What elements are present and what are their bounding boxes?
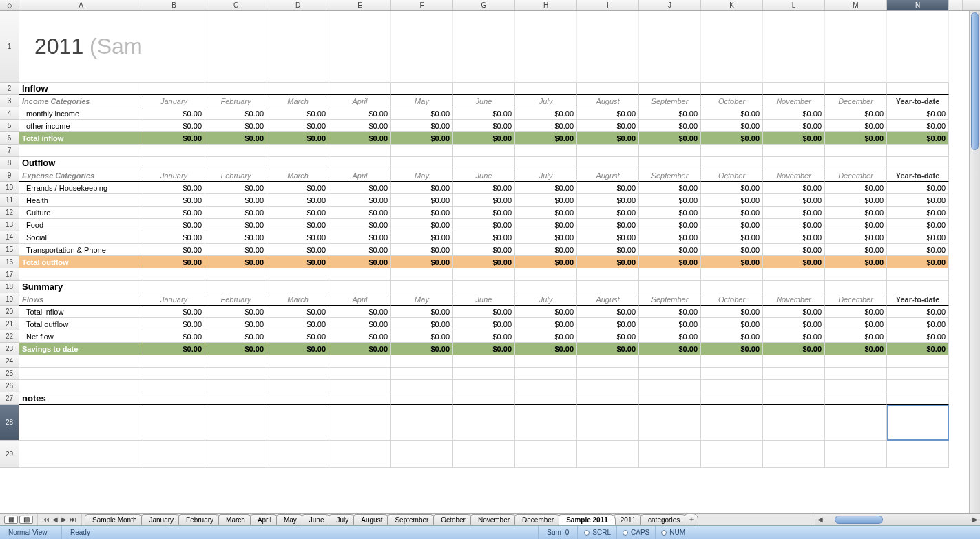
cell-D4[interactable]: $0.00	[267, 107, 329, 120]
cell-L24[interactable]	[763, 355, 825, 368]
cell-K25[interactable]	[701, 368, 763, 380]
cell-H29[interactable]	[515, 441, 577, 468]
tab-nav-next[interactable]: ▶	[60, 516, 68, 524]
cell-L19[interactable]: November	[763, 293, 825, 306]
cell-M21[interactable]: $0.00	[825, 318, 887, 330]
cell-G1[interactable]	[453, 11, 515, 83]
hscroll-left-icon[interactable]: ◀	[815, 516, 825, 523]
cell-G5[interactable]: $0.00	[453, 120, 515, 132]
cell-G15[interactable]: $0.00	[453, 244, 515, 256]
row-header-18[interactable]: 18	[0, 281, 19, 293]
cell-I2[interactable]	[577, 83, 639, 95]
cell-A2[interactable]: Inflow	[19, 83, 143, 95]
cell-K5[interactable]: $0.00	[701, 120, 763, 132]
cell-I12[interactable]: $0.00	[577, 207, 639, 219]
cell-H7[interactable]	[515, 145, 577, 157]
cell-I26[interactable]	[577, 380, 639, 392]
cell-J8[interactable]	[639, 157, 701, 169]
cell-C16[interactable]: $0.00	[205, 256, 267, 268]
cell-D15[interactable]: $0.00	[267, 244, 329, 256]
cell-N24[interactable]	[887, 355, 949, 368]
cell-E2[interactable]	[329, 83, 391, 95]
cell-D26[interactable]	[267, 380, 329, 392]
cell-J7[interactable]	[639, 145, 701, 157]
cell-C29[interactable]	[205, 441, 267, 468]
cell-M17[interactable]	[825, 268, 887, 281]
cell-D13[interactable]: $0.00	[267, 219, 329, 231]
cell-L9[interactable]: November	[763, 169, 825, 182]
column-header-G[interactable]: G	[453, 0, 515, 10]
cell-K14[interactable]: $0.00	[701, 231, 763, 244]
cell-M10[interactable]: $0.00	[825, 182, 887, 194]
cell-H11[interactable]: $0.00	[515, 194, 577, 207]
cell-J28[interactable]	[639, 405, 701, 441]
cell-B14[interactable]: $0.00	[143, 231, 205, 244]
cell-I7[interactable]	[577, 145, 639, 157]
cell-H26[interactable]	[515, 380, 577, 392]
cell-M15[interactable]: $0.00	[825, 244, 887, 256]
cell-N16[interactable]: $0.00	[887, 256, 949, 268]
cell-L20[interactable]: $0.00	[763, 306, 825, 318]
cell-M13[interactable]: $0.00	[825, 219, 887, 231]
cell-C4[interactable]: $0.00	[205, 107, 267, 120]
cell-K26[interactable]	[701, 380, 763, 392]
sheet-tab-january[interactable]: January	[141, 514, 181, 525]
cell-J21[interactable]: $0.00	[639, 318, 701, 330]
status-view[interactable]: Normal View	[0, 526, 62, 539]
cell-N29[interactable]	[887, 441, 949, 468]
cell-A13[interactable]: Food	[19, 219, 143, 231]
cell-I23[interactable]: $0.00	[577, 343, 639, 355]
cell-A18[interactable]: Summary	[19, 281, 143, 293]
cell-G2[interactable]	[453, 83, 515, 95]
cell-A27[interactable]: notes	[19, 392, 143, 405]
cell-I13[interactable]: $0.00	[577, 219, 639, 231]
cell-E17[interactable]	[329, 268, 391, 281]
cell-N7[interactable]	[887, 145, 949, 157]
cell-M28[interactable]	[825, 405, 887, 441]
cell-F22[interactable]: $0.00	[391, 330, 453, 343]
cell-D25[interactable]	[267, 368, 329, 380]
cell-F9[interactable]: May	[391, 169, 453, 182]
cell-E23[interactable]: $0.00	[329, 343, 391, 355]
column-header-F[interactable]: F	[391, 0, 453, 10]
cell-E25[interactable]	[329, 368, 391, 380]
cell-F29[interactable]	[391, 441, 453, 468]
cell-C22[interactable]: $0.00	[205, 330, 267, 343]
cell-L18[interactable]	[763, 281, 825, 293]
cell-E15[interactable]: $0.00	[329, 244, 391, 256]
cell-L25[interactable]	[763, 368, 825, 380]
cell-F23[interactable]: $0.00	[391, 343, 453, 355]
cell-L8[interactable]	[763, 157, 825, 169]
row-header-14[interactable]: 14	[0, 231, 19, 244]
cell-G13[interactable]: $0.00	[453, 219, 515, 231]
cell-A3[interactable]: Income Categories	[19, 95, 143, 107]
cell-F24[interactable]	[391, 355, 453, 368]
cell-B15[interactable]: $0.00	[143, 244, 205, 256]
cell-K28[interactable]	[701, 405, 763, 441]
cell-E4[interactable]: $0.00	[329, 107, 391, 120]
cell-M24[interactable]	[825, 355, 887, 368]
cell-I24[interactable]	[577, 355, 639, 368]
cell-J15[interactable]: $0.00	[639, 244, 701, 256]
grid-area[interactable]: 1234567891011121314151617181920212223242…	[0, 11, 969, 513]
cell-B16[interactable]: $0.00	[143, 256, 205, 268]
cell-H14[interactable]: $0.00	[515, 231, 577, 244]
tab-nav-first[interactable]: ⏮	[42, 516, 50, 524]
cell-E13[interactable]: $0.00	[329, 219, 391, 231]
cell-F4[interactable]: $0.00	[391, 107, 453, 120]
hscroll-right-icon[interactable]: ▶	[970, 516, 980, 523]
row-header-15[interactable]: 15	[0, 244, 19, 256]
cell-E10[interactable]: $0.00	[329, 182, 391, 194]
cell-L6[interactable]: $0.00	[763, 132, 825, 145]
cell-A1[interactable]: 2011 (Sample)	[19, 11, 143, 83]
row-header-6[interactable]: 6	[0, 132, 19, 145]
sheet-tab-may[interactable]: May	[276, 514, 304, 525]
cell-J20[interactable]: $0.00	[639, 306, 701, 318]
cell-A8[interactable]: Outflow	[19, 157, 143, 169]
page-layout-view-button[interactable]: ▤	[19, 516, 33, 524]
cell-J13[interactable]: $0.00	[639, 219, 701, 231]
normal-view-button[interactable]: ▦	[4, 516, 18, 524]
column-header-D[interactable]: D	[267, 0, 329, 10]
cell-K9[interactable]: October	[701, 169, 763, 182]
cell-D3[interactable]: March	[267, 95, 329, 107]
